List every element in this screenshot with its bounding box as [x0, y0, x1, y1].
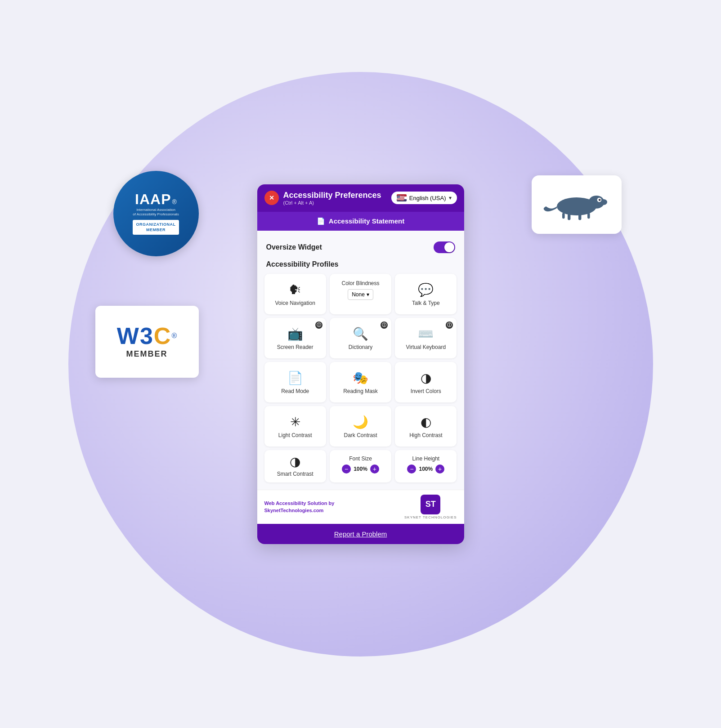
font-size-increase-button[interactable]: + — [370, 464, 379, 473]
dictionary-cell[interactable]: ⓘ 🔍 Dictionary — [330, 318, 391, 358]
light-contrast-icon: ✳ — [290, 416, 300, 429]
virtual-keyboard-info-icon[interactable]: ⓘ — [446, 322, 453, 329]
read-mode-cell[interactable]: 📄 Read Mode — [264, 362, 326, 402]
voice-navigation-icon: 🗣 — [289, 284, 301, 296]
header-left: ✕ Accessibility Preferences (Ctrl + Alt … — [264, 191, 381, 205]
footer-text: Web Accessibility Solution by SkynetTech… — [264, 500, 335, 514]
st-name: SKYNET TECHNOLOGIES — [404, 515, 457, 519]
footer-website[interactable]: SkynetTechnologies.com — [264, 508, 324, 513]
screen-reader-icon: 📺 — [287, 328, 303, 340]
w3c-member-label: MEMBER — [126, 349, 168, 359]
panel-title: Accessibility Preferences (Ctrl + Alt + … — [283, 191, 381, 205]
read-mode-icon: 📄 — [287, 372, 303, 384]
footer-logo: ST SKYNET TECHNOLOGIES — [404, 495, 457, 519]
oversize-toggle[interactable] — [434, 241, 455, 253]
invert-colors-icon: ◑ — [421, 372, 431, 384]
statement-label: Accessibility Statement — [329, 217, 404, 225]
w3c-badge: W 3 C ® MEMBER — [95, 306, 199, 378]
panel-shortcut: (Ctrl + Alt + A) — [283, 200, 381, 205]
select-chevron-icon: ▾ — [367, 291, 369, 298]
footer-text1: Web Accessibility Solution by — [264, 500, 335, 506]
reading-mask-icon: 🎭 — [353, 372, 368, 384]
w3c-logo: W 3 C ® — [117, 324, 177, 348]
font-size-label: Font Size — [349, 456, 372, 462]
flag-icon: 🇺🇸 — [397, 194, 407, 201]
screen-reader-cell[interactable]: ⓘ 📺 Screen Reader — [264, 318, 326, 358]
iaap-reg: ® — [172, 198, 177, 205]
invert-colors-label: Invert Colors — [411, 388, 441, 394]
st-logo: ST — [421, 495, 440, 514]
svg-rect-6 — [578, 214, 581, 220]
statement-bar[interactable]: 📄 Accessibility Statement — [257, 212, 464, 231]
iaap-subtitle: International Associationof Accessibilit… — [133, 208, 179, 217]
color-blindness-cell[interactable]: Color Blindness None ▾ — [330, 274, 391, 314]
chevron-down-icon: ▾ — [449, 195, 452, 201]
oversize-row: Oversize Widget — [264, 238, 457, 259]
high-contrast-cell[interactable]: ◐ High Contrast — [395, 406, 457, 447]
screen-reader-label: Screen Reader — [277, 344, 313, 350]
light-contrast-label: Light Contrast — [278, 432, 312, 438]
feature-grid: ⓘ 📺 Screen Reader ⓘ 🔍 Dictionary ⓘ ⌨️ Vi… — [264, 318, 457, 482]
light-contrast-cell[interactable]: ✳ Light Contrast — [264, 406, 326, 447]
profiles-label: Accessibility Profiles — [264, 259, 457, 274]
oversize-label: Oversize Widget — [266, 243, 322, 251]
statement-icon: 📄 — [317, 217, 325, 225]
st-abbr: ST — [425, 500, 436, 509]
high-contrast-label: High Contrast — [409, 432, 442, 438]
panel-title-main: Accessibility Preferences — [283, 191, 381, 200]
chameleon-card — [532, 175, 622, 234]
font-size-cell: Font Size − 100% + — [330, 450, 391, 482]
svg-point-4 — [598, 199, 600, 201]
color-blindness-label: Color Blindness — [341, 280, 379, 286]
lang-label: English (USA) — [409, 195, 446, 201]
voice-navigation-label: Voice Navigation — [275, 300, 315, 306]
dark-contrast-label: Dark Contrast — [344, 432, 377, 438]
svg-rect-7 — [587, 213, 590, 219]
line-height-increase-button[interactable]: + — [435, 464, 444, 473]
talk-type-icon: 💬 — [418, 284, 434, 296]
virtual-keyboard-icon: ⌨️ — [418, 328, 434, 340]
iaap-org: ORGANIZATIONALMEMBER — [133, 220, 179, 235]
panel-footer: Web Accessibility Solution by SkynetTech… — [257, 490, 464, 524]
panel-body: Oversize Widget Accessibility Profiles 🗣… — [257, 231, 464, 490]
close-button[interactable]: ✕ — [264, 191, 279, 205]
background-circle: IAAP ® International Associationof Acces… — [68, 72, 653, 657]
invert-colors-cell[interactable]: ◑ Invert Colors — [395, 362, 457, 402]
iaap-badge: IAAP ® International Associationof Acces… — [113, 171, 199, 256]
high-contrast-icon: ◐ — [421, 416, 431, 429]
voice-navigation-cell[interactable]: 🗣 Voice Navigation — [264, 274, 326, 314]
dictionary-info-icon[interactable]: ⓘ — [381, 322, 388, 329]
top-feature-row: 🗣 Voice Navigation Color Blindness None … — [264, 274, 457, 314]
line-height-cell: Line Height − 100% + — [395, 450, 457, 482]
font-size-decrease-button[interactable]: − — [342, 464, 351, 473]
screen-reader-info-icon[interactable]: ⓘ — [315, 322, 322, 329]
line-height-stepper: − 100% + — [407, 464, 444, 473]
font-size-value: 100% — [354, 466, 367, 472]
smart-contrast-label: Smart Contrast — [277, 471, 313, 477]
smart-contrast-icon: ◑ — [290, 456, 300, 468]
font-size-stepper: − 100% + — [342, 464, 379, 473]
reading-mask-cell[interactable]: 🎭 Reading Mask — [330, 362, 391, 402]
talk-type-label: Talk & Type — [412, 300, 440, 306]
toggle-thumb — [444, 242, 454, 252]
reading-mask-label: Reading Mask — [343, 388, 378, 394]
language-selector[interactable]: 🇺🇸 English (USA) ▾ — [391, 192, 457, 204]
color-blindness-value: None — [352, 291, 365, 298]
virtual-keyboard-cell[interactable]: ⓘ ⌨️ Virtual Keyboard — [395, 318, 457, 358]
dark-contrast-cell[interactable]: 🌙 Dark Contrast — [330, 406, 391, 447]
svg-rect-8 — [562, 213, 565, 219]
iaap-title: IAAP — [135, 192, 171, 206]
dictionary-label: Dictionary — [349, 344, 372, 350]
talk-type-cell[interactable]: 💬 Talk & Type — [395, 274, 457, 314]
chameleon-icon — [541, 187, 613, 223]
svg-rect-5 — [568, 214, 570, 220]
line-height-decrease-button[interactable]: − — [407, 464, 416, 473]
report-button[interactable]: Report a Problem — [257, 524, 464, 544]
line-height-label: Line Height — [412, 456, 439, 462]
read-mode-label: Read Mode — [281, 388, 309, 394]
color-blindness-select[interactable]: None ▾ — [348, 289, 373, 300]
accessibility-panel: ✕ Accessibility Preferences (Ctrl + Alt … — [257, 184, 464, 544]
dictionary-icon: 🔍 — [353, 328, 368, 340]
virtual-keyboard-label: Virtual Keyboard — [406, 344, 446, 350]
smart-contrast-cell[interactable]: ◑ Smart Contrast — [264, 450, 326, 482]
